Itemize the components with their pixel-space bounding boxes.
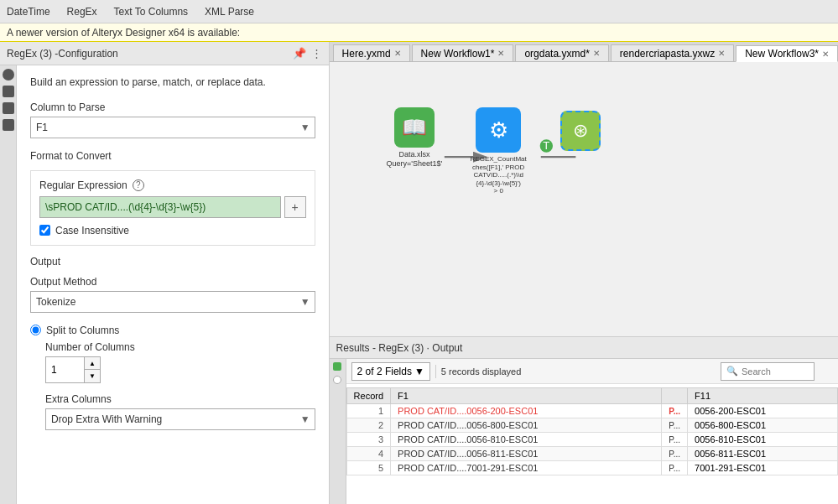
toolbar-text-to-columns[interactable]: Text To Columns — [114, 6, 188, 18]
tab-here-close-icon[interactable]: ✕ — [394, 49, 401, 58]
sidebar-icon-3[interactable] — [3, 102, 14, 114]
svg-text:T: T — [543, 139, 549, 152]
col-f1: F1 — [391, 388, 662, 404]
regex-add-button[interactable]: + — [284, 196, 306, 218]
svg-point-2 — [539, 139, 552, 152]
results-content: 2 of 2 Fields ▼ 5 records displayed 🔍 — [346, 359, 838, 504]
sidebar-icon-2[interactable] — [3, 86, 14, 97]
spinner-buttons: ▲ ▼ — [84, 356, 101, 383]
pin-icon[interactable]: 📌 — [293, 47, 306, 60]
node-data-xlsx[interactable]: 📖 Data.xlsxQuery='Sheet1$' — [387, 107, 443, 169]
cell-p: P... — [662, 404, 688, 418]
regex-input[interactable] — [39, 196, 281, 218]
output-method-row: Output Method Tokenize ▼ — [30, 276, 315, 313]
output-label: Output — [30, 256, 315, 268]
tab-workflow1-close-icon[interactable]: ✕ — [497, 49, 504, 58]
results-header: Results - RegEx (3) · Output — [330, 337, 838, 359]
left-panel: RegEx (3) -Configuration 📌 ⋮ Build an ex… — [0, 42, 330, 504]
cell-f11: 0056-200-ESC01 — [688, 404, 838, 418]
results-left-icons — [330, 359, 346, 504]
fields-dropdown[interactable]: 2 of 2 Fields ▼ — [351, 362, 430, 381]
output-method-select[interactable]: Tokenize — [30, 291, 315, 313]
right-panel: Here.yxmd ✕ New Workflow1* ✕ orgdata.yxm… — [330, 42, 838, 504]
spinner-up-button[interactable]: ▲ — [85, 357, 100, 371]
tab-rendercria[interactable]: rendercriapasta.yxwz ✕ — [611, 44, 734, 61]
table-row: 1PROD CAT/ID....0056-200-ESC01P...0056-2… — [346, 404, 837, 418]
records-label: 5 records displayed — [441, 366, 521, 377]
col-p — [662, 388, 688, 404]
column-to-parse-label: Column to Parse — [30, 101, 315, 113]
results-body: 2 of 2 Fields ▼ 5 records displayed 🔍 — [330, 359, 838, 504]
table-row: 4PROD CAT/ID....0056-811-ESC01P...0056-8… — [346, 447, 837, 461]
cell-record: 2 — [346, 418, 390, 433]
sidebar-icon-1[interactable] — [3, 69, 14, 81]
tab-workflow3-close-icon[interactable]: ✕ — [822, 49, 829, 59]
controls-separator — [435, 365, 436, 378]
search-input[interactable] — [742, 366, 809, 377]
col-f11: F11 — [688, 388, 838, 404]
results-info-icon[interactable] — [333, 376, 341, 384]
regex-label-row: Regular Expression ? — [39, 179, 306, 191]
cell-p: P... — [662, 461, 688, 475]
case-insensitive-checkbox[interactable] — [39, 225, 50, 236]
results-green-icon[interactable] — [333, 362, 341, 371]
split-to-columns-radio[interactable] — [30, 325, 41, 335]
cell-f1: PROD CAT/ID....0056-810-ESC01 — [391, 433, 662, 447]
tab-orgdata-close-icon[interactable]: ✕ — [593, 49, 600, 58]
search-icon: 🔍 — [726, 366, 738, 377]
col-record: Record — [346, 388, 390, 404]
panel-header-icons: 📌 ⋮ — [293, 47, 322, 60]
main-area: RegEx (3) -Configuration 📌 ⋮ Build an ex… — [0, 42, 838, 504]
node-regex-filter[interactable]: ⚙ REGEX_CountMatches([F1],' PRODCATVID..… — [471, 107, 527, 195]
node-regex3[interactable]: ⊛ — [560, 111, 601, 153]
fields-arrow-icon: ▼ — [414, 366, 424, 377]
tab-workflow3[interactable]: New Workflow3* ✕ — [736, 45, 838, 62]
extra-cols-label: Extra Columns — [45, 393, 315, 405]
cell-record: 4 — [346, 447, 390, 461]
tab-bar: Here.yxmd ✕ New Workflow1* ✕ orgdata.yxm… — [330, 42, 838, 62]
top-toolbar: DateTime RegEx Text To Columns XML Parse — [0, 0, 838, 23]
config-form: Build an expression to parse, match, or … — [17, 65, 329, 504]
description-text: Build an expression to parse, match, or … — [30, 75, 315, 90]
cell-record: 1 — [346, 404, 390, 418]
tab-workflow1[interactable]: New Workflow1* ✕ — [412, 44, 514, 61]
tab-here[interactable]: Here.yxmd ✕ — [333, 44, 410, 61]
case-insensitive-label: Case Insensitive — [55, 225, 129, 236]
split-to-columns-label: Split to Columns — [46, 325, 119, 336]
tab-rendercria-close-icon[interactable]: ✕ — [718, 49, 725, 58]
case-insensitive-row: Case Insensitive — [39, 225, 306, 236]
update-bar: A newer version of Alteryx Designer x64 … — [0, 23, 838, 42]
cell-f1: PROD CAT/ID....0056-811-ESC01 — [391, 447, 662, 461]
cell-record: 3 — [346, 433, 390, 447]
search-box: 🔍 — [721, 362, 815, 381]
sidebar-icon-4[interactable] — [3, 119, 14, 131]
tab-orgdata[interactable]: orgdata.yxmd* ✕ — [515, 44, 608, 61]
cell-f11: 7001-291-ESC01 — [688, 461, 838, 475]
canvas-area[interactable]: T 📖 Data.xlsxQuery='Sheet1$' ⚙ — [330, 62, 838, 336]
cell-record: 5 — [346, 461, 390, 475]
column-to-parse-wrapper: F1 ▼ — [30, 117, 315, 138]
spinner-down-button[interactable]: ▼ — [85, 370, 100, 382]
data-xlsx-icon: 📖 — [394, 107, 435, 148]
output-method-wrapper: Tokenize ▼ — [30, 291, 315, 313]
panel-header: RegEx (3) -Configuration 📌 ⋮ — [0, 42, 329, 65]
toolbar-xml-parse[interactable]: XML Parse — [205, 6, 254, 18]
more-icon[interactable]: ⋮ — [311, 47, 322, 60]
regex-filter-icon: ⚙ — [476, 107, 521, 153]
help-icon[interactable]: ? — [133, 179, 144, 191]
toolbar-datetime[interactable]: DateTime — [7, 6, 50, 18]
output-method-label: Output Method — [30, 276, 315, 288]
panel-title: RegEx (3) -Configuration — [7, 48, 118, 60]
extra-cols-select[interactable]: Drop Extra With Warning — [45, 408, 315, 430]
num-cols-input[interactable] — [45, 356, 84, 383]
data-xlsx-label: Data.xlsxQuery='Sheet1$' — [387, 150, 443, 169]
sidebar-icons — [0, 65, 17, 504]
results-table: Record F1 F11 1PROD CAT/ID....0056-200-E… — [346, 387, 838, 504]
table-row: 3PROD CAT/ID....0056-810-ESC01P...0056-8… — [346, 433, 837, 447]
cell-p: P... — [662, 447, 688, 461]
column-to-parse-select[interactable]: F1 — [30, 117, 315, 138]
data-table: Record F1 F11 1PROD CAT/ID....0056-200-E… — [346, 387, 838, 475]
cell-f11: 0056-810-ESC01 — [688, 433, 838, 447]
cell-p: P... — [662, 418, 688, 433]
toolbar-regex[interactable]: RegEx — [67, 6, 97, 18]
